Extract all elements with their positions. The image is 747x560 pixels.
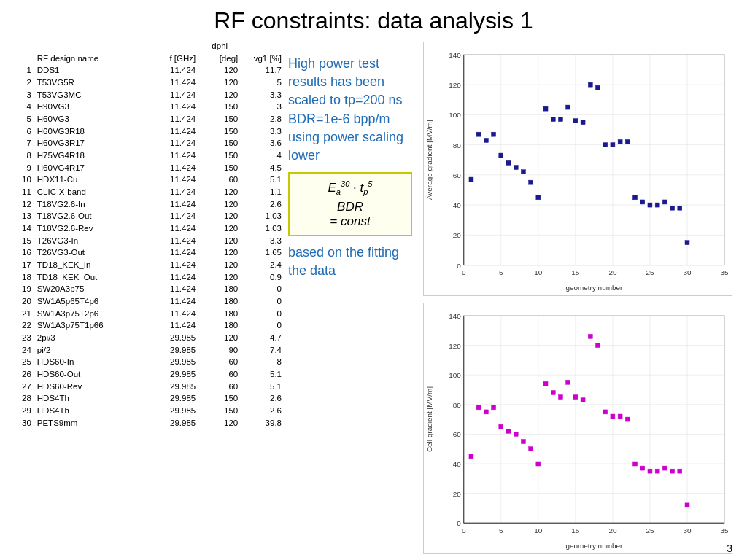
row-name: T26VG3-In	[34, 235, 147, 247]
row-name: HDS60-Out	[34, 368, 147, 381]
svg-text:25: 25	[646, 527, 654, 535]
row-freq: 11.424	[147, 162, 198, 174]
row-vg1: 4.7	[241, 332, 285, 344]
row-num: 6	[15, 125, 34, 138]
row-dphi: 120	[198, 417, 241, 429]
row-dphi: 150	[198, 137, 241, 149]
svg-rect-45	[551, 117, 555, 122]
row-num: 30	[15, 417, 34, 429]
svg-text:10: 10	[534, 527, 543, 535]
table-row: 30 PETS9mm 29.985 120 39.8	[15, 417, 285, 429]
page-number: 3	[727, 542, 732, 554]
row-vg1: 39.8	[241, 417, 285, 429]
table-row: 7 H60VG3R17 11.424 150 3.6	[15, 137, 285, 149]
row-num: 7	[15, 137, 34, 149]
formula-numerator: Ea30 · tp5	[297, 179, 403, 198]
charts-section: 20406080100120140005101520253035Average …	[419, 40, 732, 556]
row-dphi: 60	[198, 356, 241, 368]
row-freq: 29.985	[147, 344, 198, 357]
table-row: 11 CLIC-X-band 11.424 120 1.1	[15, 186, 285, 198]
svg-text:35: 35	[721, 268, 729, 276]
svg-text:140: 140	[449, 312, 461, 320]
row-dphi: 150	[198, 392, 241, 405]
svg-rect-49	[581, 120, 585, 125]
row-num: 21	[15, 308, 34, 320]
middle-section: High power test results has been scaled …	[285, 40, 419, 556]
svg-text:geometry number: geometry number	[565, 284, 623, 292]
svg-text:Average gradient [MV/m]: Average gradient [MV/m]	[425, 120, 433, 200]
svg-rect-62	[678, 206, 682, 210]
col-name-header: RF design name	[34, 52, 147, 65]
row-name: T18VG2.6-Out	[34, 210, 147, 222]
row-num: 29	[15, 405, 34, 417]
row-freq: 11.424	[147, 222, 198, 235]
svg-text:100: 100	[449, 111, 461, 119]
row-dphi: 60	[198, 381, 241, 393]
row-freq: 11.424	[147, 210, 198, 222]
row-vg1: 0	[241, 319, 285, 332]
row-dphi: 120	[198, 259, 241, 271]
row-name: T53VG3MC	[34, 89, 147, 101]
svg-text:15: 15	[571, 268, 580, 276]
row-num: 28	[15, 392, 34, 405]
svg-rect-35	[476, 132, 481, 136]
page-title: RF constraints: data analysis 1	[15, 7, 732, 34]
page: RF constraints: data analysis 1 dphi RF …	[0, 0, 747, 560]
svg-text:35: 35	[721, 527, 729, 535]
row-num: 16	[15, 246, 34, 259]
row-vg1: 2.8	[241, 113, 285, 125]
formula-denominator: BDR	[337, 200, 363, 214]
svg-rect-123	[640, 466, 645, 470]
svg-text:60: 60	[453, 171, 462, 179]
svg-rect-51	[596, 85, 600, 90]
row-num: 5	[15, 113, 34, 125]
row-freq: 29.985	[147, 405, 198, 417]
table-row: 1 DDS1 11.424 120 11.7	[15, 64, 285, 77]
row-vg1: 8	[241, 356, 285, 368]
row-name: CLIC-X-band	[34, 186, 147, 198]
row-freq: 11.424	[147, 319, 198, 332]
svg-rect-67	[464, 316, 724, 523]
row-name: T53VG5R	[34, 77, 147, 89]
row-name: 2pi/3	[34, 332, 147, 344]
row-dphi: 150	[198, 101, 241, 113]
svg-text:10: 10	[534, 268, 543, 276]
row-name: TD18_KEK_Out	[34, 271, 147, 284]
svg-rect-116	[588, 335, 592, 339]
row-vg1: 4	[241, 149, 285, 162]
row-freq: 11.424	[147, 125, 198, 138]
svg-rect-59	[655, 203, 659, 207]
table-row: 2 T53VG5R 11.424 120 5	[15, 77, 285, 89]
formula-fraction: Ea30 · tp5 BDR	[297, 179, 403, 214]
svg-rect-120	[618, 414, 622, 419]
svg-rect-34	[469, 177, 473, 182]
row-name: pi/2	[34, 344, 147, 357]
table-row: 21 SW1A3p75T2p6 11.424 180 0	[15, 308, 285, 320]
svg-text:25: 25	[646, 268, 654, 276]
svg-rect-61	[670, 206, 675, 210]
svg-rect-107	[521, 440, 525, 444]
svg-rect-54	[618, 140, 622, 144]
row-name: TD18_KEK_In	[34, 259, 147, 271]
row-name: H75VG4R18	[34, 149, 147, 162]
row-num: 17	[15, 259, 34, 271]
svg-rect-56	[633, 195, 638, 200]
row-dphi: 60	[198, 368, 241, 381]
row-dphi: 150	[198, 113, 241, 125]
row-name: H60VG3	[34, 113, 147, 125]
svg-rect-1	[464, 55, 724, 265]
row-name: SW1A5p65T4p6	[34, 295, 147, 308]
row-vg1: 3	[241, 101, 285, 113]
svg-rect-47	[566, 105, 570, 109]
row-vg1: 1.65	[241, 246, 285, 259]
row-num: 18	[15, 271, 34, 284]
table-header-row2: RF design name f [GHz] [deg] vg1 [%]	[15, 52, 285, 65]
row-name: H60VG4R17	[34, 162, 147, 174]
svg-rect-106	[514, 432, 518, 437]
row-dphi: 120	[198, 89, 241, 101]
row-vg1: 0	[241, 283, 285, 295]
row-vg1: 2.6	[241, 405, 285, 417]
col-vg1-header: vg1 [%]	[241, 52, 285, 65]
svg-text:0: 0	[457, 520, 461, 528]
svg-text:30: 30	[683, 268, 692, 276]
